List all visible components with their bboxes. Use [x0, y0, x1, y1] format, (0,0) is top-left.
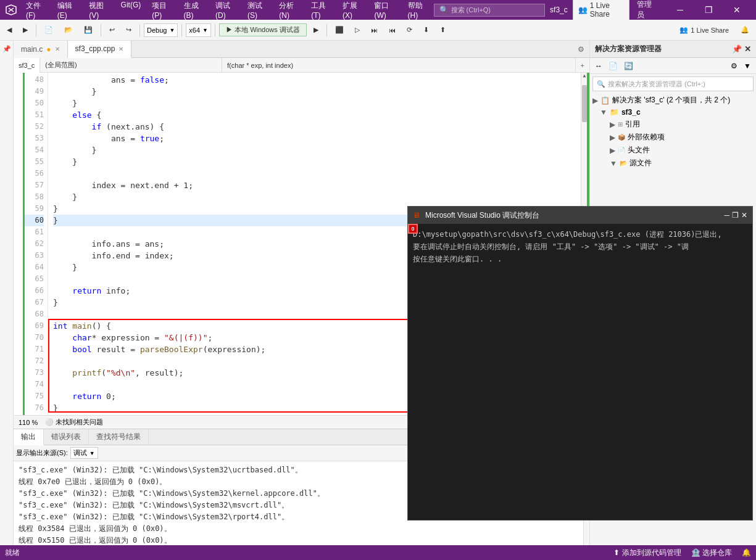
live-share-button[interactable]: 👥 1 Live Share: [573, 0, 629, 20]
se-btn4[interactable]: ⚙: [728, 60, 740, 72]
se-btn3[interactable]: 🔄: [621, 60, 636, 72]
tab-sf3-cpp-label: sf3_cpp.cpp: [75, 44, 115, 53]
menu-test[interactable]: 测试(S): [243, 0, 273, 22]
zoom-level[interactable]: 110 %: [19, 419, 38, 426]
menu-analyze[interactable]: 分析(N): [274, 0, 305, 22]
toolbar-extra-4[interactable]: ⏮: [384, 25, 400, 36]
tab-main-c-label: main.c: [21, 45, 43, 54]
project-icon: 📁: [610, 108, 619, 117]
window-title: sf3_c: [550, 6, 568, 14]
solution-root-icon2: 📋: [600, 96, 610, 105]
menu-edit[interactable]: 编辑(E): [52, 0, 83, 22]
debug-console: 🖥 Microsoft Visual Studio 调试控制台 ─ ❐ ✕ 0 …: [407, 206, 753, 521]
menu-bar: 文件(F) 编辑(E) 视图(V) Git(G) 项目(P) 生成(B) 调试(…: [21, 0, 434, 22]
code-nav-context[interactable]: (全局范围): [40, 58, 222, 73]
title-search[interactable]: 🔍 搜索 (Ctrl+Q): [434, 4, 546, 17]
debug-console-controls: ─ ❐ ✕: [724, 211, 747, 220]
feedback-button[interactable]: 🔔: [736, 24, 754, 36]
sidebar-pin-icon[interactable]: 📌: [1, 43, 12, 54]
menu-view[interactable]: 视图(V): [84, 0, 114, 22]
se-btn2[interactable]: 📄: [606, 60, 620, 72]
toolbar-extra-5[interactable]: ⟳: [402, 24, 417, 36]
tree-source-files[interactable]: ▼ 📂 源文件: [590, 157, 756, 170]
solution-root[interactable]: ▶ 📋 解决方案 'sf3_c' (2 个项目，共 2 个): [590, 94, 756, 107]
forward-button[interactable]: ▶: [19, 24, 32, 36]
solution-root-label: 解决方案 'sf3_c' (2 个项目，共 2 个): [612, 95, 730, 105]
toolbar-live-share[interactable]: 👥 1 Live Share: [675, 25, 734, 35]
menu-tools[interactable]: 工具(T): [306, 0, 336, 22]
title-bar: 文件(F) 编辑(E) 视图(V) Git(G) 项目(P) 生成(B) 调试(…: [0, 0, 756, 20]
tab-main-c-close[interactable]: ✕: [55, 46, 60, 52]
toolbar-extra-6[interactable]: ⬇: [419, 24, 433, 36]
open-button[interactable]: 📂: [60, 24, 77, 36]
debug-maximize-icon[interactable]: ❐: [732, 211, 739, 220]
redo-button[interactable]: ↪: [122, 24, 136, 36]
menu-file[interactable]: 文件(F): [21, 0, 51, 22]
menu-extensions[interactable]: 扩展(X): [338, 0, 368, 22]
debug-minimize-icon[interactable]: ─: [724, 211, 729, 220]
se-btn1[interactable]: ↔: [592, 60, 605, 72]
tree-header-files[interactable]: ▶ 📄 头文件: [590, 144, 756, 157]
project-arrow-icon: ▼: [600, 108, 607, 117]
menu-debug[interactable]: 调试(D): [210, 0, 241, 22]
se-pin-icon[interactable]: 📌: [732, 44, 742, 54]
status-repo[interactable]: 🏦 选择仓库: [691, 548, 732, 558]
tree-references[interactable]: ▶ ⊞ 引用: [590, 118, 756, 131]
live-share-icon: 👥: [578, 6, 588, 14]
se-close-icon[interactable]: ✕: [744, 44, 751, 54]
debug-console-title-bar: 🖥 Microsoft Visual Studio 调试控制台 ─ ❐ ✕: [408, 207, 752, 224]
output-tab[interactable]: 输出: [14, 429, 44, 445]
se-search[interactable]: 🔍 搜索解决方案资源管理器 (Ctrl+;): [592, 76, 754, 91]
undo-button[interactable]: ↩: [105, 24, 119, 36]
platform-dropdown[interactable]: x64 ▼: [186, 23, 211, 37]
config-arrow-icon: ▼: [169, 27, 175, 33]
find-tab[interactable]: 查找符号结果: [89, 429, 149, 445]
run-button[interactable]: ▶ 本地 Windows 调试器: [219, 23, 307, 36]
se-btn5[interactable]: ▼: [741, 60, 754, 72]
menu-project[interactable]: 项目(P): [147, 0, 177, 22]
back-button[interactable]: ◀: [2, 24, 16, 36]
code-nav-add-btn[interactable]: +: [576, 62, 589, 69]
tab-main-c[interactable]: main.c ● ✕: [14, 41, 68, 58]
dep-arrow-icon: ▶: [610, 133, 615, 142]
config-dropdown[interactable]: Debug ▼: [144, 23, 178, 37]
status-git[interactable]: ⬆ 添加到源代码管理: [613, 548, 681, 558]
errors-tab[interactable]: 错误列表: [44, 429, 89, 445]
code-nav-function[interactable]: f(char * exp, int index): [222, 58, 576, 73]
minimize-button[interactable]: ─: [666, 0, 694, 20]
close-button[interactable]: ✕: [723, 0, 751, 20]
live-share-label: 1 Live Share: [590, 1, 624, 19]
left-sidebar: 📌: [0, 41, 14, 545]
code-nav-scope[interactable]: sf3_c: [14, 58, 40, 73]
menu-git[interactable]: Git(G): [116, 0, 146, 22]
breakpoint-gutter: [14, 73, 22, 415]
config-label: Debug: [147, 27, 167, 34]
toolbar-sep-3: [139, 24, 140, 36]
project-sf3c[interactable]: ▼ 📁 sf3_c: [590, 107, 756, 118]
menu-window[interactable]: 窗口(W): [369, 0, 401, 22]
status-bell[interactable]: 🔔: [742, 548, 751, 557]
toolbar-extra-7[interactable]: ⬆: [436, 24, 450, 36]
tab-sf3-cpp[interactable]: sf3_cpp.cpp ✕: [68, 41, 132, 58]
toolbar-extra-1[interactable]: ⬛: [331, 24, 348, 36]
restore-button[interactable]: ❐: [694, 0, 723, 20]
toolbar-extra-3[interactable]: ⏭: [367, 25, 382, 36]
menu-build[interactable]: 生成(B): [179, 0, 209, 22]
debug-close-icon[interactable]: ✕: [741, 211, 747, 220]
toolbar-extra-2[interactable]: ▷: [351, 24, 364, 36]
attach-button[interactable]: ▶: [309, 24, 323, 36]
new-file-button[interactable]: 📄: [40, 24, 57, 36]
ref-arrow-icon: ▶: [610, 120, 615, 129]
window-controls: ─ ❐ ✕: [666, 0, 751, 20]
tab-settings-btn[interactable]: ⚙: [573, 45, 589, 54]
tab-sf3-cpp-close[interactable]: ✕: [118, 46, 123, 52]
output-source-dropdown[interactable]: 调试 ▼: [70, 447, 98, 459]
manage-button[interactable]: 管理员: [632, 0, 661, 20]
save-all-button[interactable]: 💾: [80, 24, 97, 36]
header-arrow-icon: ▶: [610, 146, 615, 155]
menu-help[interactable]: 帮助(H): [403, 0, 434, 22]
debug-console-output: D:\mysetup\gopath\src\dsv\sf3_c\x64\Debu…: [408, 224, 752, 520]
dep-label: 外部依赖项: [628, 132, 665, 142]
output-source-value: 调试: [73, 448, 87, 458]
tree-external-deps[interactable]: ▶ 📦 外部依赖项: [590, 131, 756, 144]
